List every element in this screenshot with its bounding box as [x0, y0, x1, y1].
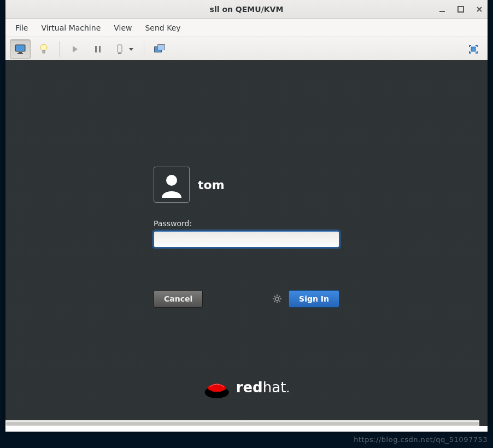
minimize-button[interactable]: [438, 5, 446, 13]
toolbar-separator: [144, 41, 144, 57]
watermark-text: https://blog.csdn.net/qq_51097753: [354, 435, 488, 444]
svg-rect-0: [439, 11, 445, 12]
menubar: File Virtual Machine View Send Key: [5, 19, 488, 37]
close-button[interactable]: [476, 5, 483, 13]
details-view-button[interactable]: [34, 40, 54, 58]
svg-rect-10: [99, 46, 101, 52]
horizontal-scrollbar[interactable]: [5, 420, 479, 426]
menu-virtual-machine[interactable]: Virtual Machine: [34, 19, 107, 37]
svg-point-6: [40, 44, 47, 51]
menu-file[interactable]: File: [9, 19, 34, 37]
toolbar-separator: [59, 41, 60, 57]
lightbulb-icon: [38, 43, 49, 55]
svg-rect-9: [95, 46, 97, 52]
svg-line-28: [279, 296, 280, 297]
branding-light: hat: [263, 379, 286, 396]
menu-send-key[interactable]: Send Key: [138, 19, 187, 37]
svg-marker-14: [129, 48, 133, 51]
svg-point-20: [166, 175, 177, 186]
fullscreen-icon: [468, 44, 479, 55]
gear-icon: [272, 294, 282, 304]
svg-rect-4: [19, 52, 22, 53]
window-title: sll on QEMU/KVM: [5, 0, 488, 18]
maximize-button[interactable]: [457, 5, 465, 13]
username-label: tom: [198, 178, 225, 192]
svg-point-21: [275, 297, 279, 300]
play-icon: [71, 45, 79, 54]
branding-bold: red: [236, 379, 263, 396]
svg-rect-18: [158, 45, 165, 50]
sign-in-button[interactable]: Sign In: [289, 290, 339, 308]
fullscreen-button[interactable]: [463, 40, 483, 58]
menu-view[interactable]: View: [107, 19, 138, 37]
svg-rect-7: [43, 50, 45, 53]
toolbar: [5, 37, 488, 62]
session-options-button[interactable]: [272, 294, 282, 304]
svg-rect-12: [119, 46, 121, 51]
console-view-button[interactable]: [10, 39, 31, 59]
pause-button[interactable]: [88, 40, 108, 58]
user-icon: [159, 172, 185, 198]
branding-text: redhat.: [236, 379, 290, 396]
run-button[interactable]: [65, 40, 85, 58]
svg-rect-1: [458, 7, 463, 12]
guest-display[interactable]: tom Password: Cancel: [5, 60, 488, 426]
scrollbar-thumb[interactable]: [6, 422, 479, 426]
shutdown-button[interactable]: [111, 40, 138, 58]
password-input[interactable]: [154, 231, 339, 247]
svg-rect-19: [471, 47, 476, 51]
avatar: [154, 167, 190, 203]
svg-line-27: [279, 301, 280, 302]
snapshots-button[interactable]: [150, 40, 169, 58]
monitor-icon: [14, 44, 26, 55]
branding-suffix: .: [286, 381, 290, 395]
redhat-branding: redhat.: [203, 376, 290, 399]
svg-marker-8: [73, 46, 78, 52]
password-label: Password:: [154, 219, 339, 228]
pause-icon: [93, 45, 102, 54]
svg-rect-3: [16, 45, 25, 51]
svg-rect-5: [17, 53, 23, 54]
vm-viewer-window: sll on QEMU/KVM File Virtual Machine Vie…: [5, 0, 488, 432]
cancel-button[interactable]: Cancel: [154, 290, 203, 308]
chevron-down-icon: [128, 46, 134, 52]
titlebar: sll on QEMU/KVM: [5, 0, 488, 19]
svg-line-26: [274, 296, 275, 297]
svg-line-29: [274, 301, 275, 302]
power-icon: [115, 44, 125, 55]
svg-point-31: [208, 385, 226, 391]
svg-rect-13: [118, 53, 121, 54]
login-panel: tom Password: Cancel: [154, 167, 339, 308]
snapshot-icon: [154, 44, 166, 55]
redhat-logo-icon: [203, 376, 231, 399]
